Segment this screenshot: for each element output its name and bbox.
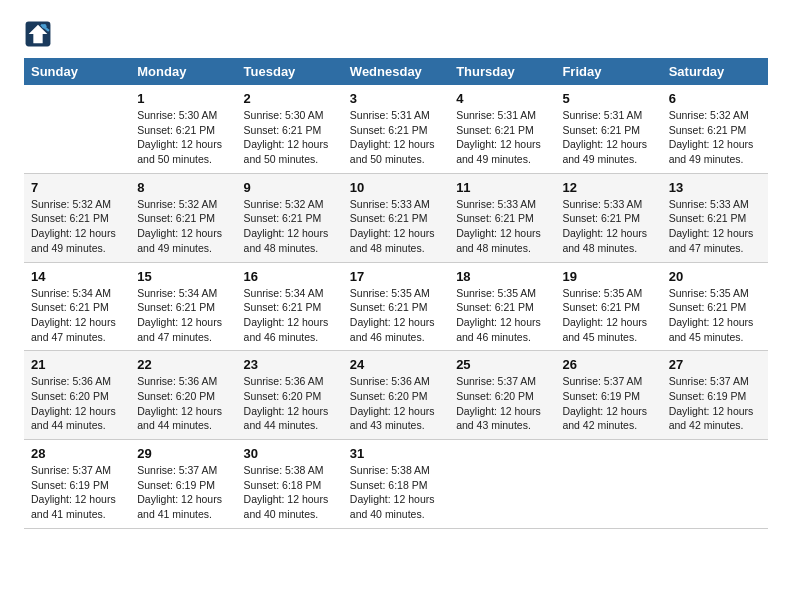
- day-number: 29: [137, 446, 229, 461]
- calendar-cell: 16Sunrise: 5:34 AMSunset: 6:21 PMDayligh…: [237, 262, 343, 351]
- day-info: Sunrise: 5:36 AMSunset: 6:20 PMDaylight:…: [137, 374, 229, 433]
- calendar-cell: 19Sunrise: 5:35 AMSunset: 6:21 PMDayligh…: [555, 262, 661, 351]
- calendar-cell: 30Sunrise: 5:38 AMSunset: 6:18 PMDayligh…: [237, 440, 343, 529]
- calendar-cell: 25Sunrise: 5:37 AMSunset: 6:20 PMDayligh…: [449, 351, 555, 440]
- day-info: Sunrise: 5:33 AMSunset: 6:21 PMDaylight:…: [669, 197, 761, 256]
- day-number: 21: [31, 357, 123, 372]
- day-number: 8: [137, 180, 229, 195]
- day-number: 26: [562, 357, 654, 372]
- day-info: Sunrise: 5:38 AMSunset: 6:18 PMDaylight:…: [350, 463, 442, 522]
- day-info: Sunrise: 5:34 AMSunset: 6:21 PMDaylight:…: [137, 286, 229, 345]
- day-number: 7: [31, 180, 123, 195]
- day-info: Sunrise: 5:33 AMSunset: 6:21 PMDaylight:…: [350, 197, 442, 256]
- day-number: 14: [31, 269, 123, 284]
- day-number: 24: [350, 357, 442, 372]
- calendar-cell: 4Sunrise: 5:31 AMSunset: 6:21 PMDaylight…: [449, 85, 555, 173]
- day-info: Sunrise: 5:37 AMSunset: 6:19 PMDaylight:…: [31, 463, 123, 522]
- calendar-week-4: 21Sunrise: 5:36 AMSunset: 6:20 PMDayligh…: [24, 351, 768, 440]
- day-info: Sunrise: 5:31 AMSunset: 6:21 PMDaylight:…: [456, 108, 548, 167]
- day-number: 9: [244, 180, 336, 195]
- calendar-cell: 2Sunrise: 5:30 AMSunset: 6:21 PMDaylight…: [237, 85, 343, 173]
- day-info: Sunrise: 5:37 AMSunset: 6:19 PMDaylight:…: [562, 374, 654, 433]
- day-number: 4: [456, 91, 548, 106]
- day-info: Sunrise: 5:38 AMSunset: 6:18 PMDaylight:…: [244, 463, 336, 522]
- day-info: Sunrise: 5:32 AMSunset: 6:21 PMDaylight:…: [244, 197, 336, 256]
- calendar-header-row: SundayMondayTuesdayWednesdayThursdayFrid…: [24, 58, 768, 85]
- day-number: 13: [669, 180, 761, 195]
- day-number: 18: [456, 269, 548, 284]
- calendar-cell: 27Sunrise: 5:37 AMSunset: 6:19 PMDayligh…: [662, 351, 768, 440]
- calendar-cell: 14Sunrise: 5:34 AMSunset: 6:21 PMDayligh…: [24, 262, 130, 351]
- day-info: Sunrise: 5:31 AMSunset: 6:21 PMDaylight:…: [562, 108, 654, 167]
- calendar-cell: 13Sunrise: 5:33 AMSunset: 6:21 PMDayligh…: [662, 173, 768, 262]
- calendar-cell: 6Sunrise: 5:32 AMSunset: 6:21 PMDaylight…: [662, 85, 768, 173]
- header-saturday: Saturday: [662, 58, 768, 85]
- day-number: 12: [562, 180, 654, 195]
- day-number: 16: [244, 269, 336, 284]
- calendar-week-2: 7Sunrise: 5:32 AMSunset: 6:21 PMDaylight…: [24, 173, 768, 262]
- day-info: Sunrise: 5:32 AMSunset: 6:21 PMDaylight:…: [137, 197, 229, 256]
- day-number: 15: [137, 269, 229, 284]
- header-friday: Friday: [555, 58, 661, 85]
- day-number: 20: [669, 269, 761, 284]
- logo-icon: [24, 20, 52, 48]
- day-info: Sunrise: 5:30 AMSunset: 6:21 PMDaylight:…: [137, 108, 229, 167]
- day-number: 2: [244, 91, 336, 106]
- calendar-cell: 20Sunrise: 5:35 AMSunset: 6:21 PMDayligh…: [662, 262, 768, 351]
- logo: [24, 20, 56, 48]
- calendar-cell: 31Sunrise: 5:38 AMSunset: 6:18 PMDayligh…: [343, 440, 449, 529]
- header-tuesday: Tuesday: [237, 58, 343, 85]
- day-info: Sunrise: 5:35 AMSunset: 6:21 PMDaylight:…: [669, 286, 761, 345]
- day-number: 30: [244, 446, 336, 461]
- calendar-cell: 8Sunrise: 5:32 AMSunset: 6:21 PMDaylight…: [130, 173, 236, 262]
- calendar-cell: 1Sunrise: 5:30 AMSunset: 6:21 PMDaylight…: [130, 85, 236, 173]
- day-number: 17: [350, 269, 442, 284]
- header-thursday: Thursday: [449, 58, 555, 85]
- header-monday: Monday: [130, 58, 236, 85]
- calendar-week-3: 14Sunrise: 5:34 AMSunset: 6:21 PMDayligh…: [24, 262, 768, 351]
- day-number: 6: [669, 91, 761, 106]
- day-info: Sunrise: 5:33 AMSunset: 6:21 PMDaylight:…: [562, 197, 654, 256]
- calendar-cell: 23Sunrise: 5:36 AMSunset: 6:20 PMDayligh…: [237, 351, 343, 440]
- calendar-cell: 7Sunrise: 5:32 AMSunset: 6:21 PMDaylight…: [24, 173, 130, 262]
- day-number: 31: [350, 446, 442, 461]
- day-number: 3: [350, 91, 442, 106]
- day-info: Sunrise: 5:34 AMSunset: 6:21 PMDaylight:…: [31, 286, 123, 345]
- day-number: 25: [456, 357, 548, 372]
- day-number: 19: [562, 269, 654, 284]
- day-number: 28: [31, 446, 123, 461]
- day-info: Sunrise: 5:31 AMSunset: 6:21 PMDaylight:…: [350, 108, 442, 167]
- header-wednesday: Wednesday: [343, 58, 449, 85]
- header-sunday: Sunday: [24, 58, 130, 85]
- calendar-cell: [449, 440, 555, 529]
- day-number: 10: [350, 180, 442, 195]
- day-info: Sunrise: 5:35 AMSunset: 6:21 PMDaylight:…: [350, 286, 442, 345]
- day-info: Sunrise: 5:32 AMSunset: 6:21 PMDaylight:…: [31, 197, 123, 256]
- calendar-cell: [24, 85, 130, 173]
- day-info: Sunrise: 5:36 AMSunset: 6:20 PMDaylight:…: [31, 374, 123, 433]
- day-info: Sunrise: 5:37 AMSunset: 6:19 PMDaylight:…: [669, 374, 761, 433]
- day-number: 27: [669, 357, 761, 372]
- day-number: 5: [562, 91, 654, 106]
- day-info: Sunrise: 5:30 AMSunset: 6:21 PMDaylight:…: [244, 108, 336, 167]
- calendar-cell: 5Sunrise: 5:31 AMSunset: 6:21 PMDaylight…: [555, 85, 661, 173]
- calendar-cell: 12Sunrise: 5:33 AMSunset: 6:21 PMDayligh…: [555, 173, 661, 262]
- calendar-cell: 18Sunrise: 5:35 AMSunset: 6:21 PMDayligh…: [449, 262, 555, 351]
- calendar-cell: 10Sunrise: 5:33 AMSunset: 6:21 PMDayligh…: [343, 173, 449, 262]
- day-number: 11: [456, 180, 548, 195]
- calendar-cell: 29Sunrise: 5:37 AMSunset: 6:19 PMDayligh…: [130, 440, 236, 529]
- day-number: 23: [244, 357, 336, 372]
- page-header: [24, 20, 768, 48]
- day-info: Sunrise: 5:35 AMSunset: 6:21 PMDaylight:…: [456, 286, 548, 345]
- calendar-cell: [662, 440, 768, 529]
- calendar-cell: 15Sunrise: 5:34 AMSunset: 6:21 PMDayligh…: [130, 262, 236, 351]
- calendar-week-5: 28Sunrise: 5:37 AMSunset: 6:19 PMDayligh…: [24, 440, 768, 529]
- calendar-cell: 11Sunrise: 5:33 AMSunset: 6:21 PMDayligh…: [449, 173, 555, 262]
- calendar-cell: 24Sunrise: 5:36 AMSunset: 6:20 PMDayligh…: [343, 351, 449, 440]
- svg-point-3: [42, 24, 47, 29]
- day-info: Sunrise: 5:33 AMSunset: 6:21 PMDaylight:…: [456, 197, 548, 256]
- day-info: Sunrise: 5:37 AMSunset: 6:20 PMDaylight:…: [456, 374, 548, 433]
- day-info: Sunrise: 5:32 AMSunset: 6:21 PMDaylight:…: [669, 108, 761, 167]
- calendar-table: SundayMondayTuesdayWednesdayThursdayFrid…: [24, 58, 768, 529]
- day-number: 1: [137, 91, 229, 106]
